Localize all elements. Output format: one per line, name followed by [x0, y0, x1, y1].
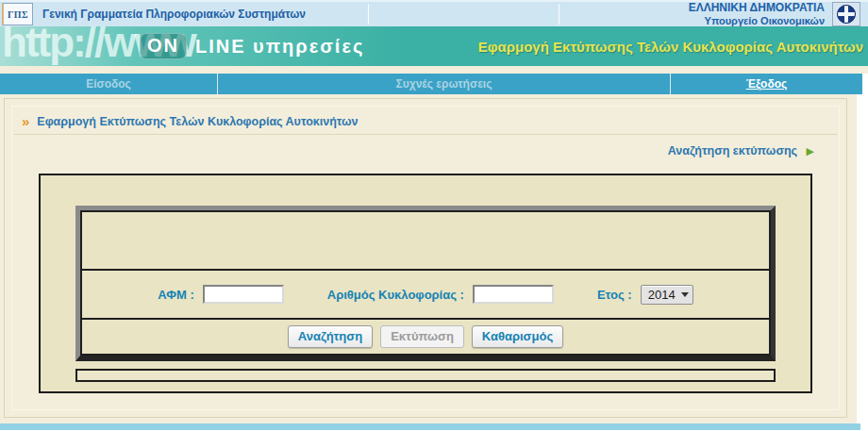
empty-status-box — [75, 369, 776, 382]
gov-identity: ΕΛΛΗΝΙΚΗ ΔΗΜΟΚΡΑΤΙΑ Υπουργείο Οικονομικώ… — [689, 2, 868, 26]
search-form-box: ΑΦΜ : Αριθμός Κυκλοφορίας : Ετος : — [39, 174, 812, 393]
footer-bar — [0, 423, 860, 430]
form-fields-row: ΑΦΜ : Αριθμός Κυκλοφορίας : Ετος : — [82, 271, 769, 320]
menu-item-logout[interactable]: Έξοδος — [670, 74, 862, 94]
form-empty-row — [82, 212, 769, 271]
search-button[interactable]: Αναζήτηση — [288, 325, 373, 348]
banner-app-title: Εφαρμογή Εκτύπωσης Τελών Κυκλοφορίας Αυτ… — [478, 39, 863, 55]
afm-field-group: ΑΦΜ : — [158, 285, 283, 304]
year-label: Ετος : — [597, 288, 632, 302]
content-area: » Εφαρμογή Εκτύπωσης Τελών Κυκλοφορίας Α… — [0, 94, 857, 423]
org-name: Γενική Γραμματεία Πληροφοριακών Συστημάτ… — [42, 8, 306, 21]
plate-number-input[interactable] — [473, 285, 554, 304]
menu-item-login[interactable]: Είσοδος — [0, 74, 217, 94]
clear-button[interactable]: Καθαρισμός — [472, 325, 563, 348]
page-title: Εφαρμογή Εκτύπωσης Τελών Κυκλοφορίας Αυτ… — [37, 115, 358, 128]
menu-item-faq[interactable]: Συχνές ερωτήσεις — [217, 74, 670, 94]
online-services-label: ON LINE υπηρεσίες — [140, 33, 364, 59]
cross-flag-icon — [837, 5, 856, 24]
print-button[interactable]: Εκτύπωση — [380, 325, 464, 348]
gsis-logo-icon: ΓΠΣ — [2, 3, 33, 25]
online-services-banner: http://www ON LINE υπηρεσίες Εφαρμογή Εκ… — [0, 26, 868, 66]
menu-bar: Είσοδος Συχνές ερωτήσεις Έξοδος — [0, 74, 862, 94]
online-services-text: LINE υπηρεσίες — [195, 36, 364, 58]
year-select-wrap: 2014 — [641, 285, 693, 305]
ministry-label: Υπουργείο Οικονομικών — [689, 15, 825, 27]
plate-label: Αριθμός Κυκλοφορίας : — [327, 288, 464, 302]
form-buttons-row: Αναζήτηση Εκτύπωση Καθαρισμός — [82, 320, 769, 354]
year-select[interactable]: 2014 — [641, 285, 693, 305]
spacer — [0, 66, 868, 74]
content-frame: » Εφαρμογή Εκτύπωσης Τελών Κυκλοφορίας Α… — [4, 98, 847, 418]
plate-field-group: Αριθμός Κυκλοφορίας : — [327, 285, 554, 304]
on-badge: ON — [140, 33, 187, 59]
republic-label: ΕΛΛΗΝΙΚΗ ΔΗΜΟΚΡΑΤΙΑ — [689, 2, 825, 15]
form-table: ΑΦΜ : Αριθμός Κυκλοφορίας : Ετος : — [75, 206, 776, 361]
year-field-group: Ετος : 2014 — [597, 285, 693, 305]
search-print-link[interactable]: Αναζήτηση εκτύπωσης — [668, 144, 797, 157]
topbar-divider — [559, 4, 559, 25]
topbar-divider — [368, 4, 369, 25]
gsis-logo-text: ΓΠΣ — [8, 9, 28, 20]
greek-emblem-icon — [832, 2, 860, 26]
link-row: Αναζήτηση εκτύπωσης ▶ — [12, 135, 839, 160]
top-header-bar: ΓΠΣ Γενική Γραμματεία Πληροφοριακών Συστ… — [0, 0, 868, 26]
content-inner: » Εφαρμογή Εκτύπωσης Τελών Κυκλοφορίας Α… — [11, 106, 840, 410]
page-title-row: » Εφαρμογή Εκτύπωσης Τελών Κυκλοφορίας Α… — [14, 111, 837, 135]
title-chevrons-icon: » — [22, 114, 29, 128]
green-arrow-icon: ▶ — [807, 145, 814, 157]
afm-input[interactable] — [203, 285, 284, 304]
afm-label: ΑΦΜ : — [158, 288, 193, 302]
